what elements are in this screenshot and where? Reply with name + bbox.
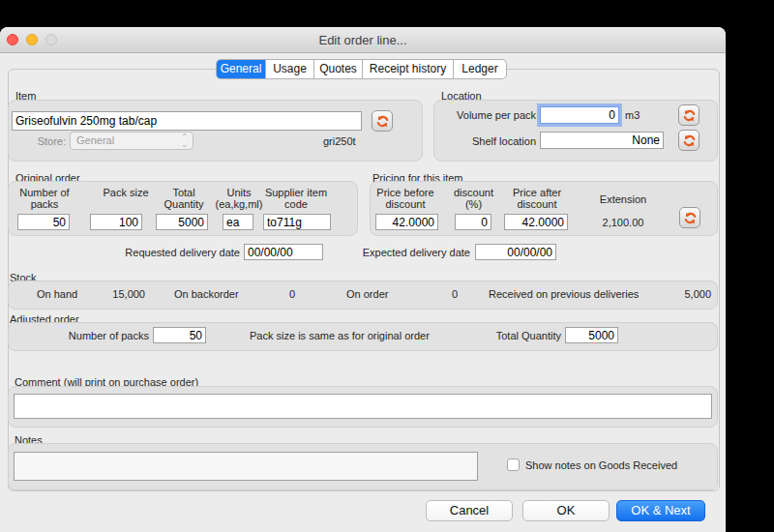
titlebar: Edit order line...: [0, 27, 726, 53]
volume-sync-button[interactable]: [678, 104, 700, 126]
pack-size-header: Pack size: [92, 187, 160, 198]
supplier-item-code-input[interactable]: [263, 214, 331, 230]
comment-input[interactable]: [14, 394, 712, 419]
sync-icon: [682, 133, 697, 148]
sync-icon: [682, 108, 697, 123]
supplier-item-code-header: Supplier item code: [257, 187, 335, 210]
units-input[interactable]: [223, 214, 253, 230]
notes-input[interactable]: [14, 452, 478, 481]
pack-size-note: Pack size is same as for original order: [250, 330, 430, 341]
tab-quotes[interactable]: Quotes: [313, 60, 362, 78]
ok-and-next-button[interactable]: OK & Next: [616, 500, 705, 521]
item-section: [8, 100, 423, 162]
units-header: Units (ea,kg,ml): [215, 187, 263, 210]
tab-usage[interactable]: Usage: [265, 60, 313, 78]
number-of-packs-header: Number of packs: [15, 187, 74, 210]
show-notes-checkbox[interactable]: [507, 458, 520, 471]
number-of-packs-input[interactable]: [17, 214, 70, 230]
total-quantity-header: Total Quantity: [152, 187, 216, 210]
on-backorder-value: 0: [271, 288, 295, 300]
item-name-input[interactable]: [12, 111, 362, 131]
volume-unit-label: m3: [625, 109, 640, 121]
ok-button[interactable]: OK: [522, 500, 610, 521]
volume-per-pack-label: Volume per pack: [445, 109, 536, 121]
store-label: Store:: [19, 135, 66, 147]
edit-order-line-dialog: Edit order line... General Usage Quotes …: [0, 27, 726, 532]
shelf-location-input[interactable]: [540, 132, 664, 149]
cancel-button[interactable]: Cancel: [426, 500, 513, 521]
discount-input[interactable]: [455, 214, 491, 230]
item-sync-button[interactable]: [372, 110, 393, 132]
sync-icon: [683, 211, 698, 225]
on-hand-label: On hand: [37, 288, 77, 300]
window-title: Edit order line...: [0, 33, 726, 47]
pack-size-input[interactable]: [90, 214, 142, 230]
price-after-discount-header: Price after discount: [503, 187, 571, 210]
tab-bar: General Usage Quotes Receipt history Led…: [216, 59, 507, 79]
item-code-text: gri250t: [323, 135, 356, 147]
expected-delivery-date-label: Expected delivery date: [339, 247, 470, 258]
shelf-location-label: Shelf location: [433, 135, 536, 147]
extension-value: 2,100.00: [590, 217, 656, 228]
adjusted-packs-label: Number of packs: [58, 330, 149, 341]
requested-delivery-date-label: Requested delivery date: [97, 247, 240, 258]
received-previous-deliveries-value: 5,000: [668, 288, 711, 300]
adjusted-quantity-label: Total Quantity: [489, 330, 561, 341]
pricing-sync-button[interactable]: [679, 207, 700, 228]
received-previous-deliveries-label: Received on previous deliveries: [489, 288, 639, 300]
sync-icon: [375, 114, 390, 129]
expected-delivery-date-input[interactable]: [475, 244, 556, 260]
popup-chevrons-icon: ⌃⌄: [181, 133, 188, 149]
shelf-sync-button[interactable]: [678, 130, 700, 151]
total-quantity-input[interactable]: [156, 214, 208, 230]
on-order-value: 0: [433, 288, 458, 300]
price-before-discount-input[interactable]: [375, 214, 438, 230]
adjusted-packs-input[interactable]: [153, 327, 206, 343]
store-value: General: [76, 134, 114, 146]
price-after-discount-input[interactable]: [504, 214, 568, 230]
show-notes-checkbox-label: Show notes on Goods Received: [525, 459, 677, 471]
volume-per-pack-input[interactable]: [540, 106, 619, 124]
tab-receipt-history[interactable]: Receipt history: [362, 60, 453, 78]
price-before-discount-header: Price before discount: [372, 187, 438, 210]
on-order-label: On order: [346, 288, 388, 300]
tab-ledger[interactable]: Ledger: [453, 60, 506, 78]
extension-header: Extension: [590, 193, 656, 205]
requested-delivery-date-input[interactable]: [244, 244, 323, 260]
on-backorder-label: On backorder: [174, 288, 239, 300]
discount-header: discount (%): [447, 187, 500, 210]
tab-general[interactable]: General: [217, 60, 265, 78]
store-popup: General ⌃⌄: [70, 132, 194, 150]
on-hand-value: 15,000: [92, 288, 145, 300]
adjusted-quantity-input[interactable]: [565, 327, 618, 343]
